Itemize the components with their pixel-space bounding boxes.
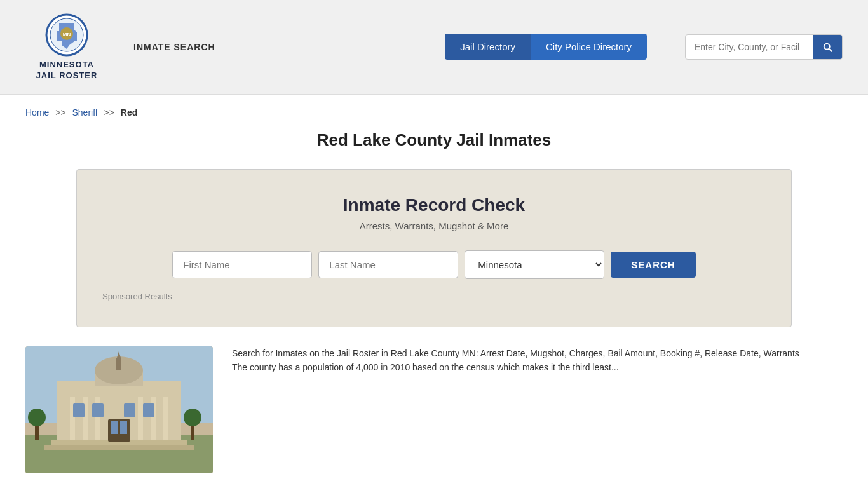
description-paragraph-2: The county has a population of 4,000 in … bbox=[232, 360, 799, 374]
description-paragraph-1: Search for Inmates on the Jail Roster in… bbox=[232, 346, 799, 360]
svg-rect-19 bbox=[44, 445, 194, 450]
svg-rect-10 bbox=[116, 358, 121, 370]
record-search-button[interactable]: SEARCH bbox=[611, 252, 695, 278]
search-icon bbox=[822, 41, 833, 53]
record-check-subtitle: Arrests, Warrants, Mugshot & More bbox=[102, 220, 766, 231]
record-check-box: Inmate Record Check Arrests, Warrants, M… bbox=[76, 169, 792, 327]
logo-title: MINNESOTA JAIL ROSTER bbox=[36, 60, 98, 81]
svg-rect-17 bbox=[163, 397, 168, 442]
courthouse-svg bbox=[25, 346, 213, 473]
logo-area: MN MINNESOTA JAIL ROSTER bbox=[25, 13, 108, 81]
breadcrumb-current: Red bbox=[121, 107, 137, 118]
svg-rect-21 bbox=[92, 403, 104, 417]
svg-rect-25 bbox=[111, 421, 118, 434]
svg-rect-15 bbox=[138, 397, 143, 442]
first-name-input[interactable] bbox=[172, 251, 312, 278]
description-area: Search for Inmates on the Jail Roster in… bbox=[232, 346, 799, 473]
breadcrumb-separator-2: >> bbox=[104, 107, 114, 118]
svg-rect-22 bbox=[124, 403, 135, 417]
breadcrumb-sheriff[interactable]: Sheriff bbox=[72, 107, 98, 118]
nav-tabs: Jail Directory City Police Directory bbox=[445, 34, 647, 60]
breadcrumb: Home >> Sheriff >> Red bbox=[0, 95, 868, 130]
header-search-button[interactable] bbox=[813, 35, 842, 59]
svg-rect-20 bbox=[73, 403, 85, 417]
lower-section: Search for Inmates on the Jail Roster in… bbox=[0, 346, 868, 488]
inmate-search-link[interactable]: INMATE SEARCH bbox=[133, 42, 215, 52]
header: MN MINNESOTA JAIL ROSTER INMATE SEARCH J… bbox=[0, 0, 868, 95]
sponsored-results: Sponsored Results bbox=[102, 292, 766, 301]
page-title: Red Lake County Jail Inmates bbox=[0, 130, 868, 150]
state-select[interactable]: AlabamaAlaskaArizonaArkansasCaliforniaCo… bbox=[465, 250, 604, 279]
svg-rect-23 bbox=[143, 403, 154, 417]
record-check-form: AlabamaAlaskaArizonaArkansasCaliforniaCo… bbox=[102, 250, 766, 279]
svg-point-28 bbox=[28, 409, 46, 426]
svg-point-30 bbox=[184, 409, 201, 426]
svg-text:MN: MN bbox=[63, 32, 71, 37]
logo-icon: MN bbox=[45, 13, 88, 57]
breadcrumb-home[interactable]: Home bbox=[25, 107, 49, 118]
record-check-title: Inmate Record Check bbox=[102, 195, 766, 215]
last-name-input[interactable] bbox=[318, 251, 458, 278]
city-police-directory-tab[interactable]: City Police Directory bbox=[531, 34, 647, 60]
jail-directory-tab[interactable]: Jail Directory bbox=[445, 34, 531, 60]
breadcrumb-separator-1: >> bbox=[55, 107, 65, 118]
building-image bbox=[25, 346, 213, 473]
site-logo: MN bbox=[44, 13, 89, 57]
header-search-input[interactable] bbox=[686, 36, 813, 58]
svg-rect-26 bbox=[120, 421, 127, 434]
header-search-bar bbox=[685, 34, 843, 60]
